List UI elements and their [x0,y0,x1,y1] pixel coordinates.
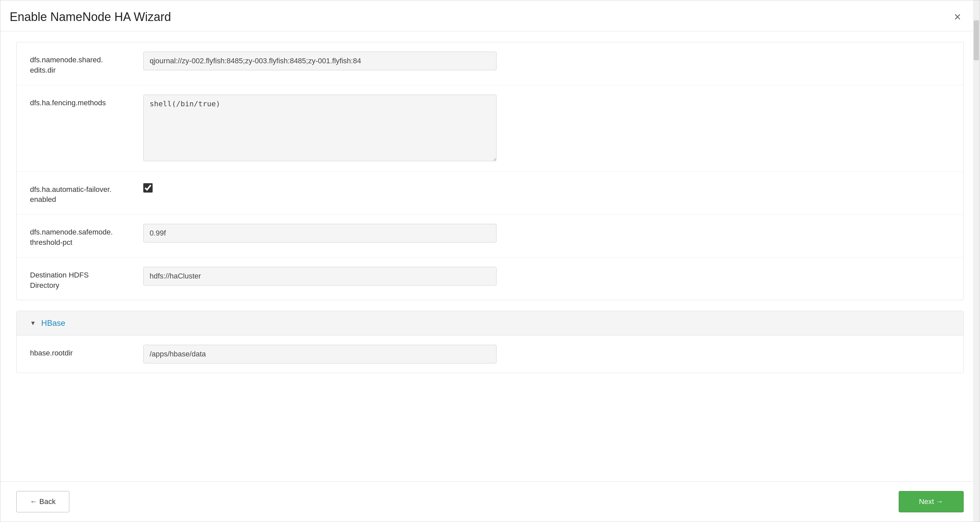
checkbox-automatic-failover[interactable] [143,183,153,192]
input-destination-hdfs[interactable] [143,267,496,286]
control-automatic-failover [143,181,950,192]
next-button[interactable]: Next → [899,491,964,512]
main-config-section: dfs.namenode.shared. edits.dir dfs.ha.fe… [16,42,964,300]
scrollbar-thumb[interactable] [974,20,979,60]
input-edits-dir[interactable] [143,52,496,70]
textarea-fencing-methods[interactable]: shell(/bin/true) [143,95,496,161]
label-fencing-methods: dfs.ha.fencing.methods [30,95,143,108]
dialog-header: Enable NameNode HA Wizard × [0,0,980,31]
form-row-fencing-methods: dfs.ha.fencing.methods shell(/bin/true) [17,85,963,172]
control-hbase-rootdir [143,345,950,363]
dialog-footer: ← Back Next → [0,481,980,522]
form-row-destination-hdfs: Destination HDFS Directory [17,257,963,300]
dialog-overlay: Enable NameNode HA Wizard × dfs.namenode… [0,0,980,522]
label-destination-hdfs: Destination HDFS Directory [30,267,143,291]
label-edits-dir: dfs.namenode.shared. edits.dir [30,52,143,76]
label-automatic-failover: dfs.ha.automatic-failover. enabled [30,181,143,205]
form-row-automatic-failover: dfs.ha.automatic-failover. enabled [17,172,963,215]
label-safemode-threshold: dfs.namenode.safemode. threshold-pct [30,224,143,248]
wizard-dialog: Enable NameNode HA Wizard × dfs.namenode… [0,0,980,522]
input-safemode-threshold[interactable] [143,224,496,243]
chevron-down-icon: ▼ [30,320,36,327]
control-safemode-threshold [143,224,950,243]
form-row-safemode-threshold: dfs.namenode.safemode. threshold-pct [17,214,963,257]
dialog-body: dfs.namenode.shared. edits.dir dfs.ha.fe… [0,31,980,481]
form-row-hbase-rootdir: hbase.rootdir [17,335,963,373]
control-edits-dir [143,52,950,70]
close-button[interactable]: × [951,10,964,24]
scrollbar-track [973,0,980,522]
control-destination-hdfs [143,267,950,286]
form-row-edits-dir: dfs.namenode.shared. edits.dir [17,42,963,85]
control-fencing-methods: shell(/bin/true) [143,95,950,162]
hbase-section: ▼ HBase hbase.rootdir [16,311,964,373]
input-hbase-rootdir[interactable] [143,345,496,363]
hbase-section-header[interactable]: ▼ HBase [17,311,963,335]
hbase-section-title: HBase [41,319,65,328]
dialog-title: Enable NameNode HA Wizard [10,10,171,24]
back-button[interactable]: ← Back [16,491,69,512]
label-hbase-rootdir: hbase.rootdir [30,345,143,359]
